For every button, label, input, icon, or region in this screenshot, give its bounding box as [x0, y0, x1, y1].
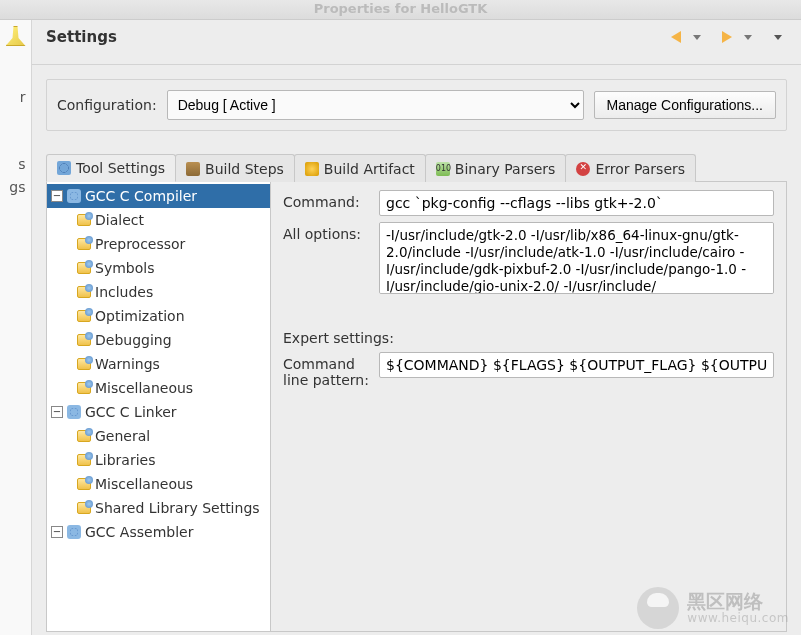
- settings-icon: [57, 161, 71, 175]
- tab-binary-parsers[interactable]: Binary Parsers: [425, 154, 567, 182]
- hammer-icon: [186, 162, 200, 176]
- chevron-down-icon: [774, 35, 782, 40]
- gear-icon: [67, 405, 81, 419]
- tree-label: Dialect: [95, 212, 144, 228]
- option-icon: [77, 502, 91, 514]
- arrow-right-icon: [722, 31, 732, 43]
- tab-build-artifact[interactable]: Build Artifact: [294, 154, 426, 182]
- command-label: Command:: [283, 190, 371, 210]
- tree-item-shared-library-settings[interactable]: Shared Library Settings: [47, 496, 270, 520]
- tree-item-general[interactable]: General: [47, 424, 270, 448]
- tree-item-miscellaneous-linker[interactable]: Miscellaneous: [47, 472, 270, 496]
- tree-label: GCC C Compiler: [85, 188, 197, 204]
- option-icon: [77, 334, 91, 346]
- all-options-label: All options:: [283, 222, 371, 242]
- tree-label: Preprocessor: [95, 236, 185, 252]
- tab-row: Tool Settings Build Steps Build Artifact…: [46, 153, 787, 182]
- configuration-select[interactable]: Debug [ Active ]: [167, 90, 584, 120]
- option-icon: [77, 214, 91, 226]
- tree-item-optimization[interactable]: Optimization: [47, 304, 270, 328]
- tree-label: Libraries: [95, 452, 155, 468]
- tree-item-miscellaneous[interactable]: Miscellaneous: [47, 376, 270, 400]
- tree-label: Debugging: [95, 332, 172, 348]
- nav-forward-menu[interactable]: [739, 28, 757, 46]
- tab-error-parsers[interactable]: Error Parsers: [565, 154, 696, 182]
- left-sidebar-strip: r s gs: [0, 20, 32, 635]
- option-icon: [77, 454, 91, 466]
- settings-tree[interactable]: − GCC C Compiler Dialect Preprocessor Sy…: [47, 182, 271, 631]
- tree-label: Optimization: [95, 308, 185, 324]
- manage-configurations-button[interactable]: Manage Configurations...: [594, 91, 776, 119]
- collapse-icon[interactable]: −: [51, 406, 63, 418]
- tree-item-includes[interactable]: Includes: [47, 280, 270, 304]
- nav-back-button[interactable]: [667, 28, 685, 46]
- collapse-icon[interactable]: −: [51, 190, 63, 202]
- view-menu-button[interactable]: [769, 28, 787, 46]
- tree-item-preprocessor[interactable]: Preprocessor: [47, 232, 270, 256]
- tree-group-gcc-c-linker[interactable]: − GCC C Linker: [47, 400, 270, 424]
- window-title: Properties for HelloGTK: [0, 0, 801, 20]
- tree-label: Miscellaneous: [95, 476, 193, 492]
- expert-settings-label: Expert settings:: [283, 330, 774, 346]
- all-options-textarea[interactable]: -I/usr/include/gtk-2.0 -I/usr/lib/x86_64…: [379, 222, 774, 294]
- nav-forward-button[interactable]: [718, 28, 736, 46]
- tab-tool-settings[interactable]: Tool Settings: [46, 154, 176, 182]
- collapse-icon[interactable]: −: [51, 526, 63, 538]
- tree-item-warnings[interactable]: Warnings: [47, 352, 270, 376]
- option-icon: [77, 430, 91, 442]
- nav-back-menu[interactable]: [688, 28, 706, 46]
- tree-label: Symbols: [95, 260, 154, 276]
- tree-group-gcc-c-compiler[interactable]: − GCC C Compiler: [47, 184, 270, 208]
- tool-settings-form: Command: All options: -I/usr/include/gtk…: [271, 182, 786, 631]
- tree-label: Warnings: [95, 356, 160, 372]
- tree-label: Shared Library Settings: [95, 500, 260, 516]
- command-input[interactable]: [379, 190, 774, 216]
- artifact-icon: [305, 162, 319, 176]
- arrow-left-icon: [671, 31, 681, 43]
- tree-label: GCC C Linker: [85, 404, 177, 420]
- option-icon: [77, 478, 91, 490]
- tab-build-steps[interactable]: Build Steps: [175, 154, 295, 182]
- gear-icon: [67, 189, 81, 203]
- error-icon: [576, 162, 590, 176]
- tree-item-debugging[interactable]: Debugging: [47, 328, 270, 352]
- filter-icon[interactable]: [6, 26, 26, 46]
- option-icon: [77, 238, 91, 250]
- configuration-row: Configuration: Debug [ Active ] Manage C…: [46, 79, 787, 131]
- page-header: Settings: [32, 20, 801, 65]
- chevron-down-icon: [744, 35, 752, 40]
- configuration-label: Configuration:: [57, 97, 157, 113]
- truncated-nav-fragments: r s gs: [6, 86, 26, 198]
- option-icon: [77, 262, 91, 274]
- option-icon: [77, 382, 91, 394]
- tree-label: Miscellaneous: [95, 380, 193, 396]
- page-title: Settings: [46, 28, 117, 46]
- tree-group-gcc-assembler[interactable]: − GCC Assembler: [47, 520, 270, 544]
- tree-label: General: [95, 428, 150, 444]
- tree-item-libraries[interactable]: Libraries: [47, 448, 270, 472]
- command-line-pattern-label: Command line pattern:: [283, 352, 371, 388]
- binary-icon: [436, 162, 450, 176]
- option-icon: [77, 310, 91, 322]
- command-line-pattern-input[interactable]: [379, 352, 774, 378]
- option-icon: [77, 358, 91, 370]
- tree-item-dialect[interactable]: Dialect: [47, 208, 270, 232]
- chevron-down-icon: [693, 35, 701, 40]
- tree-label: Includes: [95, 284, 153, 300]
- option-icon: [77, 286, 91, 298]
- gear-icon: [67, 525, 81, 539]
- tree-label: GCC Assembler: [85, 524, 193, 540]
- tree-item-symbols[interactable]: Symbols: [47, 256, 270, 280]
